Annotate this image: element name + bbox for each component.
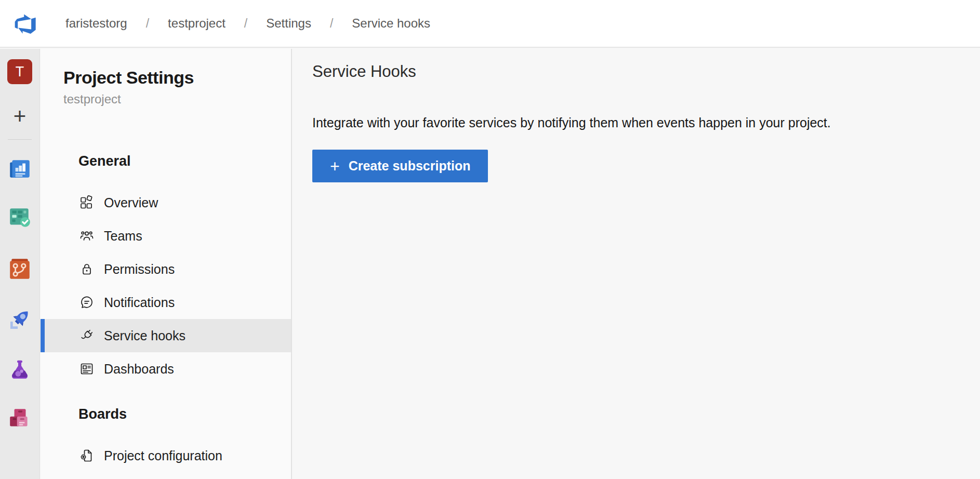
teams-icon [78, 228, 95, 244]
page-description: Integrate with your favorite services by… [312, 115, 980, 130]
sidebar-nav-boards: Project configuration [41, 439, 291, 472]
sidebar-item-project-configuration[interactable]: Project configuration [41, 439, 291, 472]
breadcrumb-service-hooks[interactable]: Service hooks [352, 16, 430, 31]
overview-icon [78, 194, 95, 211]
sidebar-item-label: Overview [104, 195, 158, 210]
service-hooks-icon [78, 327, 95, 344]
create-subscription-label: Create subscription [349, 158, 471, 174]
sidebar-item-service-hooks[interactable]: Service hooks [41, 319, 291, 352]
sidebar-item-permissions[interactable]: Permissions [41, 252, 291, 286]
permissions-icon [78, 261, 95, 277]
breadcrumb-separator: / [330, 17, 333, 31]
breadcrumb: faristestorg / testproject / Settings / … [65, 16, 430, 31]
section-header-boards: Boards [78, 406, 291, 422]
main-content: Service Hooks Integrate with your favori… [293, 49, 980, 479]
sidebar-item-label: Notifications [104, 295, 175, 310]
sidebar-nav: Overview Teams Permissions [41, 186, 291, 385]
boards-icon[interactable] [7, 205, 32, 230]
sidebar-item-notifications[interactable]: Notifications [41, 286, 291, 319]
rail-divider [8, 139, 32, 140]
plus-icon: + [330, 158, 340, 175]
sidebar-item-label: Service hooks [104, 328, 186, 343]
section-header-general: General [78, 153, 291, 169]
sidebar-item-label: Project configuration [104, 448, 222, 463]
artifacts-icon[interactable] [7, 406, 32, 431]
dashboards-icon [78, 361, 95, 377]
create-subscription-button[interactable]: + Create subscription [312, 150, 488, 182]
sidebar-item-label: Teams [104, 229, 142, 244]
sidebar-subtitle: testproject [63, 92, 291, 107]
breadcrumb-project[interactable]: testproject [168, 16, 226, 31]
settings-sidebar: Project Settings testproject General Ove… [41, 49, 292, 479]
sidebar-item-label: Permissions [104, 262, 175, 277]
overview-summary-icon[interactable] [7, 156, 32, 181]
breadcrumb-separator: / [244, 17, 247, 31]
left-rail: T + [0, 49, 40, 479]
breadcrumb-settings[interactable]: Settings [266, 16, 311, 31]
sidebar-item-dashboards[interactable]: Dashboards [41, 352, 291, 385]
project-avatar[interactable]: T [7, 59, 32, 84]
pipelines-icon[interactable] [7, 307, 32, 332]
azure-devops-logo-icon[interactable] [15, 13, 37, 34]
breadcrumb-organization[interactable]: faristestorg [65, 16, 127, 31]
project-configuration-icon [78, 447, 95, 464]
add-project-button[interactable]: + [7, 104, 32, 129]
page-title: Service Hooks [312, 62, 980, 81]
repos-icon[interactable] [7, 257, 32, 282]
test-plans-icon[interactable] [7, 357, 32, 382]
sidebar-item-label: Dashboards [104, 362, 174, 377]
sidebar-title: Project Settings [63, 68, 291, 88]
notifications-icon [78, 294, 95, 311]
sidebar-item-overview[interactable]: Overview [41, 186, 291, 219]
top-bar: faristestorg / testproject / Settings / … [0, 0, 980, 48]
breadcrumb-separator: / [146, 17, 149, 31]
sidebar-item-teams[interactable]: Teams [41, 219, 291, 252]
